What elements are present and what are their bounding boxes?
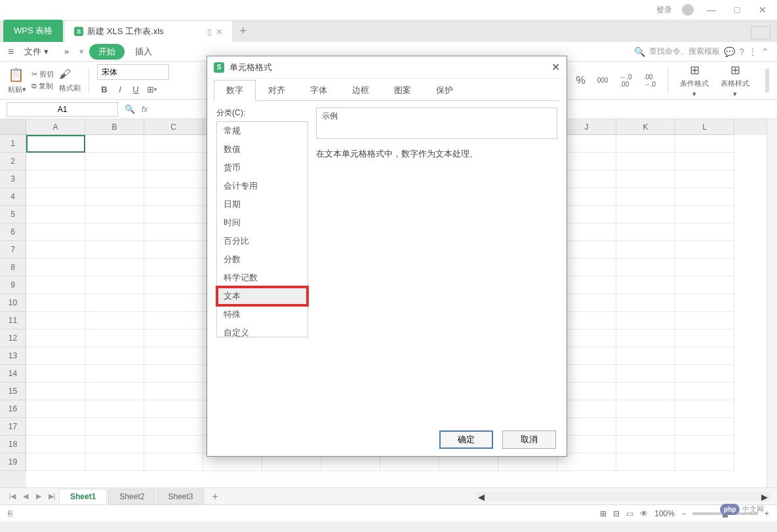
hamburger-icon[interactable]: ≡	[8, 46, 14, 58]
category-percent[interactable]: 百分比	[217, 232, 308, 250]
file-tab[interactable]: S 新建 XLS 工作表.xls ▯ ✕	[65, 21, 231, 42]
tab-border[interactable]: 边框	[340, 80, 382, 101]
cell[interactable]	[26, 365, 85, 383]
cell[interactable]	[85, 330, 144, 347]
sheet-tab-3[interactable]: Sheet3	[157, 489, 204, 504]
view-page-icon[interactable]: ▭	[626, 509, 633, 518]
cell[interactable]	[85, 383, 144, 400]
cell[interactable]	[85, 347, 144, 365]
decrease-decimal-button[interactable]: .00→.0	[644, 73, 656, 88]
tab-close-icon[interactable]: ✕	[216, 27, 223, 37]
cancel-button[interactable]: 取消	[502, 430, 556, 449]
cell[interactable]	[675, 223, 734, 241]
cell[interactable]	[616, 418, 675, 436]
cell[interactable]	[144, 170, 203, 188]
italic-button[interactable]: I	[113, 82, 127, 96]
row-header[interactable]: 4	[0, 188, 26, 206]
sheet-tab-2[interactable]: Sheet2	[108, 489, 155, 504]
copy-button[interactable]: ⧉ 复制	[31, 81, 54, 91]
menu-insert[interactable]: 插入	[130, 43, 157, 60]
underline-button[interactable]: U	[129, 82, 143, 96]
tabs-right-box[interactable]	[751, 26, 770, 39]
zoom-level[interactable]: 100%	[654, 509, 675, 518]
category-custom[interactable]: 自定义	[217, 324, 308, 342]
cell-a1[interactable]	[26, 135, 85, 153]
horizontal-scrollbar[interactable]: ◀ ▶	[475, 492, 770, 501]
cut-button[interactable]: ✂ 剪切	[31, 69, 54, 79]
view-normal-icon[interactable]: ⊞	[600, 509, 607, 518]
col-header[interactable]: K	[616, 119, 675, 135]
row-header[interactable]: 10	[0, 294, 26, 312]
cell[interactable]	[26, 312, 85, 330]
cell[interactable]	[26, 170, 85, 188]
cell[interactable]	[675, 436, 734, 453]
cell[interactable]	[85, 206, 144, 223]
ok-button[interactable]: 确定	[439, 430, 493, 449]
add-tab-button[interactable]: +	[232, 20, 255, 42]
cell[interactable]	[85, 436, 144, 453]
category-number[interactable]: 数值	[217, 140, 308, 159]
cell[interactable]	[675, 153, 734, 170]
row-header[interactable]: 3	[0, 170, 26, 188]
scroll-left-icon[interactable]: ◀	[475, 492, 487, 501]
category-text[interactable]: 文本	[217, 287, 308, 305]
cell[interactable]	[675, 276, 734, 294]
cell[interactable]	[675, 241, 734, 259]
bold-button[interactable]: B	[97, 82, 111, 96]
more-icon[interactable]: ⋮	[748, 47, 757, 57]
category-special[interactable]: 特殊	[217, 305, 308, 324]
row-header[interactable]: 11	[0, 312, 26, 330]
cell[interactable]	[144, 347, 203, 365]
cell[interactable]	[26, 436, 85, 453]
cell[interactable]	[26, 383, 85, 400]
cell[interactable]	[26, 188, 85, 206]
cell[interactable]	[616, 400, 675, 418]
cell[interactable]	[144, 418, 203, 436]
cell[interactable]	[675, 330, 734, 347]
tab-font[interactable]: 字体	[298, 80, 340, 101]
font-select[interactable]	[97, 64, 169, 80]
tab-number[interactable]: 数字	[214, 80, 256, 101]
cell[interactable]	[26, 153, 85, 170]
row-header[interactable]: 18	[0, 436, 26, 453]
cell[interactable]	[26, 330, 85, 347]
cell[interactable]	[616, 135, 675, 153]
cell[interactable]	[85, 170, 144, 188]
cell[interactable]	[616, 153, 675, 170]
cell[interactable]	[26, 223, 85, 241]
sheet-nav-next-icon[interactable]: ▶	[33, 492, 45, 501]
sheet-nav-prev-icon[interactable]: ◀	[20, 492, 31, 501]
cell[interactable]	[144, 330, 203, 347]
cell[interactable]	[85, 453, 144, 471]
row-header[interactable]: 12	[0, 330, 26, 347]
cell[interactable]	[85, 418, 144, 436]
search-icon[interactable]: 🔍	[634, 47, 645, 57]
cell[interactable]	[144, 453, 203, 471]
cell[interactable]	[85, 153, 144, 170]
search-placeholder[interactable]: 查找命令、搜索模板	[649, 46, 720, 57]
view-split-icon[interactable]: ⊟	[613, 509, 620, 518]
col-header[interactable]: B	[85, 119, 144, 135]
cell[interactable]	[616, 383, 675, 400]
cell[interactable]	[675, 170, 734, 188]
col-header[interactable]: A	[26, 119, 85, 135]
tab-popout-icon[interactable]: ▯	[207, 27, 212, 37]
cell[interactable]	[675, 365, 734, 383]
category-general[interactable]: 常规	[217, 122, 308, 140]
cell[interactable]	[616, 436, 675, 453]
cell[interactable]	[85, 241, 144, 259]
row-header[interactable]: 6	[0, 223, 26, 241]
row-header[interactable]: 1	[0, 135, 26, 153]
cell[interactable]	[85, 223, 144, 241]
cell[interactable]	[26, 294, 85, 312]
cell[interactable]	[26, 400, 85, 418]
cell[interactable]	[616, 276, 675, 294]
tab-pattern[interactable]: 图案	[382, 80, 424, 101]
cell[interactable]	[675, 188, 734, 206]
cell[interactable]	[616, 223, 675, 241]
cell[interactable]	[675, 418, 734, 436]
cell[interactable]	[616, 259, 675, 276]
row-header[interactable]: 15	[0, 383, 26, 400]
name-box[interactable]	[7, 102, 118, 117]
cell[interactable]	[616, 206, 675, 223]
